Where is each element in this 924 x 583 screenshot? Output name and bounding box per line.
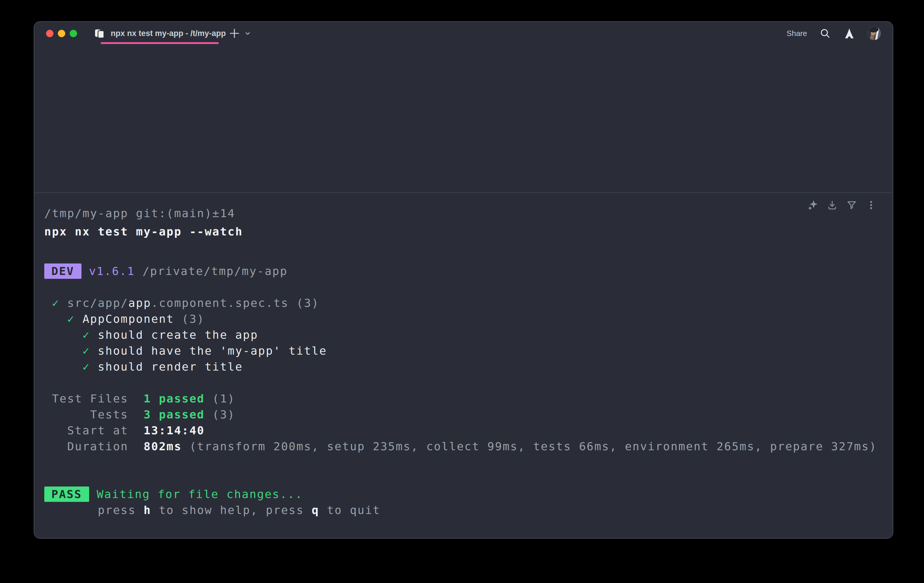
text-segment: 3 passed (144, 408, 205, 421)
test-suite-line: ✓ AppComponent (3) (44, 311, 876, 327)
text-segment: Test Files (44, 392, 144, 405)
text-segment: Waiting for file changes... (97, 488, 303, 501)
terminal-line (44, 279, 876, 295)
text-segment: .component.spec.ts (151, 296, 289, 310)
text-segment (90, 360, 98, 373)
sparkles-icon[interactable] (807, 199, 818, 211)
text-segment: (1) (205, 392, 235, 405)
text-segment: /private/tmp/my-app (135, 265, 288, 278)
text-segment: should render title (98, 360, 243, 373)
text-segment: v1.6.1 (89, 265, 135, 278)
new-tab-plus-icon[interactable] (228, 26, 241, 40)
minimize-window-button[interactable] (58, 30, 65, 37)
summary-tests: Tests 3 passed (3) (44, 407, 876, 423)
text-segment: h (144, 504, 151, 517)
text-segment: q (312, 504, 319, 517)
text-segment: should create the app (98, 328, 258, 341)
text-segment (90, 344, 98, 357)
summary-duration: Duration 802ms (transform 200ms, setup 2… (44, 438, 876, 455)
avatar[interactable] (867, 26, 881, 40)
text-segment: src/app/ (59, 296, 129, 310)
text-segment (89, 488, 97, 501)
warp-terminal-window: npx nx test my-app - /t/my-app Share (34, 21, 893, 539)
text-segment: (3) (289, 296, 319, 310)
text-segment: Start at (44, 424, 144, 437)
text-segment: (transform 200ms, setup 235ms, collect 9… (182, 440, 877, 453)
command-line: npx nx test my-app --watch (44, 224, 876, 240)
text-segment (44, 296, 52, 310)
text-segment: press (44, 504, 144, 517)
text-segment (44, 344, 82, 357)
watch-help-line: press h to show help, press q to quit (44, 502, 876, 518)
terminal-line (44, 240, 876, 255)
text-segment: (3) (205, 408, 235, 421)
search-icon[interactable] (819, 27, 831, 40)
test-case-line: ✓ should create the app (44, 327, 876, 343)
text-segment (75, 313, 82, 325)
text-segment: should have the 'my-app' title (98, 344, 327, 357)
text-segment: (3) (174, 313, 205, 325)
check-icon: ✓ (52, 296, 59, 310)
test-file-line: ✓ src/app/app.component.spec.ts (3) (44, 295, 876, 311)
text-segment: npx nx test my-app --watch (44, 225, 243, 238)
text-segment: Duration (44, 440, 144, 453)
check-icon: ✓ (82, 344, 90, 357)
chevron-down-icon[interactable] (243, 29, 252, 38)
text-segment: 13:14:40 (144, 424, 205, 437)
terminal-area[interactable]: /tmp/my-app git:(main)±14npx nx test my-… (34, 45, 893, 538)
summary-start-at: Start at 13:14:40 (44, 423, 876, 438)
titlebar-right-controls: Share (787, 26, 881, 40)
watch-status-line: PASS Waiting for file changes... (44, 486, 876, 502)
check-icon: ✓ (82, 328, 90, 341)
scrollback-empty-area (34, 45, 893, 193)
test-case-line: ✓ should render title (44, 359, 876, 375)
text-segment (44, 328, 82, 341)
filter-icon[interactable] (846, 199, 857, 211)
share-button[interactable]: Share (787, 29, 807, 38)
download-icon[interactable] (827, 199, 838, 211)
terminal-line (44, 470, 876, 486)
text-segment (44, 313, 67, 325)
check-icon: ✓ (67, 313, 75, 325)
text-segment: 802ms (144, 440, 182, 453)
terminal-line (44, 455, 876, 470)
text-segment: to quit (319, 504, 381, 517)
pass-badge: PASS (44, 486, 89, 502)
check-icon: ✓ (82, 360, 90, 373)
prompt-line: /tmp/my-app git:(main)±14 (44, 205, 876, 221)
dev-badge: DEV (44, 264, 81, 279)
active-tab-underline (101, 42, 219, 44)
dev-server-line: DEV v1.6.1 /private/tmp/my-app (44, 263, 876, 279)
traffic-lights (46, 30, 77, 37)
close-window-button[interactable] (46, 30, 53, 37)
text-segment (44, 360, 82, 373)
text-segment: to show help, press (151, 504, 312, 517)
terminal-output: /tmp/my-app git:(main)±14npx nx test my-… (44, 205, 876, 518)
text-segment: AppComponent (82, 313, 174, 325)
pages-icon (94, 28, 106, 39)
text-segment: 1 passed (144, 392, 205, 405)
text-segment (90, 328, 98, 341)
kebab-menu-icon[interactable] (866, 199, 877, 211)
text-segment (81, 265, 89, 278)
tab-title: npx nx test my-app - /t/my-app (111, 29, 226, 38)
terminal-line (44, 375, 876, 390)
text-segment: Tests (44, 408, 144, 421)
text-segment: app (129, 296, 152, 310)
title-bar: npx nx test my-app - /t/my-app Share (34, 22, 893, 45)
summary-test-files: Test Files 1 passed (1) (44, 390, 876, 407)
tab-active[interactable]: npx nx test my-app - /t/my-app (101, 22, 219, 45)
block-actions-toolbar (807, 199, 877, 211)
text-segment: /tmp/my-app git:(main)±14 (44, 207, 235, 220)
warp-logo-icon[interactable] (843, 27, 856, 40)
test-case-line: ✓ should have the 'my-app' title (44, 343, 876, 359)
zoom-window-button[interactable] (70, 30, 77, 37)
command-block[interactable]: /tmp/my-app git:(main)±14npx nx test my-… (34, 193, 893, 538)
